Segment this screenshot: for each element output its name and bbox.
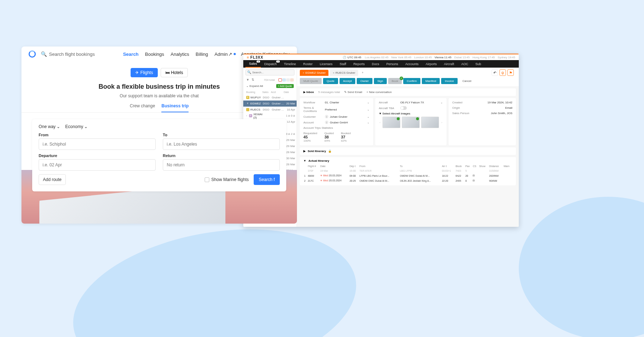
aircraft-thumb[interactable]: [402, 117, 420, 128]
workflow-owner-button[interactable]: Owner: [357, 78, 372, 84]
stats-title: Account Trips Statistics: [303, 126, 370, 130]
cabin-class-selector[interactable]: Economy⌄: [65, 124, 88, 129]
chevron-down-icon: ⌄: [367, 121, 370, 124]
nav-sales[interactable]: Sales2: [245, 60, 261, 68]
marine-checkbox[interactable]: Show Marine flights: [205, 177, 249, 182]
pill-hotels[interactable]: 🛏Hotels: [161, 68, 188, 77]
origin-label: Origin: [452, 106, 460, 109]
itinerary-row[interactable]: 1486M✈ Wed 20.03.202409:00LFPB LBG Paris…: [303, 173, 512, 178]
sidebar-item[interactable]: FWUPUYDGOGruber ...: [243, 94, 297, 101]
status-filter-chips[interactable]: [278, 78, 294, 82]
nav-airports[interactable]: Airports: [422, 60, 440, 68]
route-button[interactable]: ψ: [499, 69, 506, 76]
timezone-item[interactable]: Sydney 19:45: [498, 56, 515, 59]
aircraft-images-title[interactable]: ▼ Select Aircraft Images: [379, 112, 443, 115]
gallery-next-button[interactable]: ›: [440, 121, 443, 124]
sold-itinerary-toggle[interactable]: ▶ Sold Itinerary 🔒: [303, 150, 512, 153]
quote-tab[interactable]: ×EGWEZ Gruber: [300, 70, 328, 76]
itinerary-row[interactable]: 2217C✈ Wed 20.03.202420:25OMDW DWC Dubai…: [303, 178, 512, 183]
col-date: Date: [284, 91, 294, 93]
workflow-sign-button[interactable]: Sign: [374, 78, 387, 84]
itinerary-row[interactable]: 370F19 Mar15:00TER ATERLBG LFPB03:03+17h…: [303, 168, 512, 173]
nav-aoc[interactable]: AOC: [458, 60, 472, 68]
aircraft-thumb[interactable]: [382, 117, 400, 128]
departure-input[interactable]: [39, 159, 156, 171]
flag-button[interactable]: ⚑: [507, 69, 514, 76]
workflow-quote-button[interactable]: Quote: [323, 78, 338, 84]
customer-select[interactable]: Johan Gruber: [330, 115, 367, 118]
quote-tab[interactable]: ×RUECS Gruber: [330, 70, 358, 76]
add-quote-button[interactable]: + Add Quote: [276, 84, 294, 88]
tab-business-trip[interactable]: Business trip: [161, 103, 189, 112]
aircraft-tba-toggle[interactable]: [400, 106, 407, 110]
search-icon: 🔍: [247, 70, 251, 74]
nav-timeline[interactable]: Timeline: [280, 60, 300, 68]
to-input[interactable]: [163, 138, 280, 150]
timezone-item[interactable]: Vienna 11:45: [435, 56, 452, 59]
search-flights-button[interactable]: Search f: [254, 174, 280, 185]
search-input[interactable]: Search flight bookings: [49, 52, 95, 57]
undo-button[interactable]: ↶: [492, 69, 498, 76]
salesperson-value: John Smith, JOS: [491, 112, 512, 115]
sidebar-item[interactable]: FEGWEZDGOGruber ...20 Mar: [243, 101, 297, 107]
return-input[interactable]: [163, 159, 280, 171]
info-icon[interactable]: i: [325, 115, 328, 118]
nav-bookings[interactable]: Bookings: [145, 52, 164, 57]
tab-crew-change[interactable]: Crew change: [130, 103, 155, 112]
nav-licenses[interactable]: Licenses: [316, 60, 336, 68]
nav-admin[interactable]: Admin↗: [215, 52, 236, 57]
timezone-item[interactable]: Hong Kong 17:45: [473, 56, 495, 59]
nav-reports[interactable]: Reports: [350, 60, 369, 68]
close-icon[interactable]: ×: [333, 71, 335, 74]
workflow-confirm-button[interactable]: Confirm: [403, 78, 420, 84]
new-conversation-button[interactable]: + New conversation: [366, 91, 392, 94]
clock-icon: 🕐: [343, 56, 346, 59]
send-email-button[interactable]: ✎ Send Email: [344, 91, 362, 94]
expand-all-button[interactable]: ⌄ Expand All: [246, 84, 263, 88]
info-icon[interactable]: i: [325, 121, 328, 124]
workflow-book-button[interactable]: Book✓: [388, 78, 402, 84]
nav-roster[interactable]: Roster: [299, 60, 316, 68]
workflow-invoice-button[interactable]: Invoice: [441, 78, 457, 84]
col-block: Block: [455, 164, 464, 168]
nav-staff[interactable]: Staff: [336, 60, 350, 68]
workflow-multi-quote-button[interactable]: Multi Quote: [300, 78, 322, 84]
workflow-cancel-button[interactable]: Cancel: [459, 78, 475, 84]
actual-itinerary-toggle[interactable]: ▼ Actual Itinerary: [303, 159, 512, 162]
add-route-button[interactable]: Add route: [39, 174, 66, 185]
nav-docs[interactable]: Docs: [368, 60, 383, 68]
pill-flights[interactable]: ✈Flights: [131, 68, 157, 77]
sidebar-search-input[interactable]: [245, 69, 294, 75]
nav-sub[interactable]: Sub: [472, 60, 485, 68]
workflow-select[interactable]: 01. Charter: [325, 101, 367, 104]
account-select[interactable]: Gruber GmbH: [330, 121, 367, 124]
filter-icon[interactable]: ▼: [246, 78, 249, 82]
search-icon[interactable]: 🔍: [41, 51, 47, 57]
timezone-item[interactable]: London 10:45: [414, 56, 432, 59]
gallery-prev-button[interactable]: ‹: [379, 121, 381, 124]
sidebar-item[interactable]: RUECSDGOGruber ...10 Apr: [243, 107, 297, 113]
add-tab-button[interactable]: +: [360, 69, 366, 76]
workflow-accept-button[interactable]: Accept: [340, 78, 355, 84]
nav-search[interactable]: Search: [123, 52, 138, 57]
nav-dispatch[interactable]: Dispatch3: [261, 60, 280, 68]
aircraft-select[interactable]: OE-FLY Falcon 7X: [400, 101, 440, 104]
nav-persons[interactable]: Persons: [383, 60, 402, 68]
trip-type-selector[interactable]: One way⌄: [39, 124, 60, 129]
terms-select[interactable]: Preferred: [325, 108, 367, 111]
timezone-item[interactable]: Dubai 13:45: [454, 56, 470, 59]
from-input[interactable]: [39, 138, 156, 150]
nav-aircraft[interactable]: Aircraft: [440, 60, 458, 68]
aircraft-thumb[interactable]: [421, 117, 439, 128]
nav-billing[interactable]: Billing: [196, 52, 208, 57]
inbox-toggle[interactable]: ▶ Inbox: [303, 91, 314, 94]
workflow-manifest-button[interactable]: Manifest: [422, 78, 440, 84]
timezone-item[interactable]: Los Angeles 02:45: [365, 56, 389, 59]
col-booking: Booking: [246, 91, 262, 93]
timezone-item[interactable]: New York 05:45: [391, 56, 411, 59]
nav-accounts[interactable]: Accounts: [402, 60, 422, 68]
sidebar-item[interactable]: ›FXEWAI (2)1 ⊘ 0 ⊘: [243, 113, 297, 119]
sort-icon[interactable]: ⇅: [252, 78, 254, 82]
nav-analytics[interactable]: Analytics: [171, 52, 189, 57]
close-icon[interactable]: ×: [303, 71, 304, 74]
